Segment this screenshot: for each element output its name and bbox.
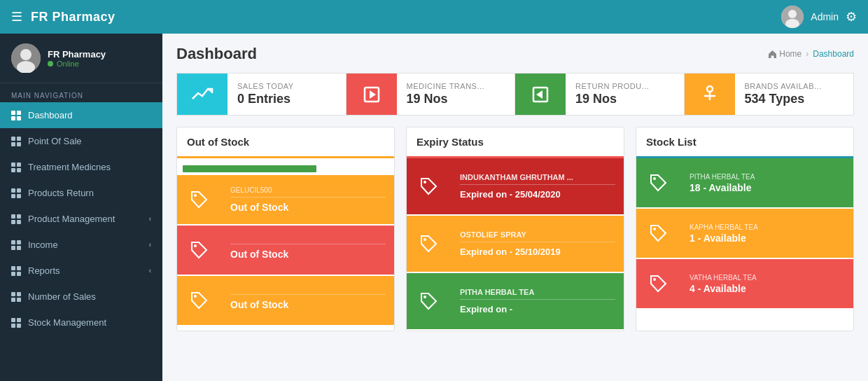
svg-point-1 <box>788 10 797 18</box>
divider <box>230 244 386 244</box>
income-icon <box>11 240 21 250</box>
product-mgmt-icon <box>11 214 21 224</box>
svg-point-16 <box>424 181 426 183</box>
sidebar-item-point-of-sale[interactable]: Point Of Sale <box>0 128 162 154</box>
bottom-grid: Out of Stock GELUCIL500 <box>176 127 854 331</box>
treatment-icon <box>11 162 21 172</box>
top-nav-right: Admin ⚙ <box>781 6 857 28</box>
user-status: Online <box>48 60 106 68</box>
sidebar-item-label: Stock Management <box>28 317 106 328</box>
chevron-right-icon: ‹ <box>149 215 151 223</box>
admin-avatar <box>781 6 804 28</box>
sidebar-item-dashboard[interactable]: Dashboard <box>0 102 162 128</box>
stat-card-return-produ: RETURN PRODU... 19 Nos <box>515 74 685 115</box>
medicine-trans-icon-box <box>346 74 397 115</box>
stat-card-brands: BRANDS AVAILAB... 534 Types <box>685 74 854 115</box>
stat-label: MEDICINE TRANS... <box>407 82 485 90</box>
svg-point-18 <box>424 296 426 298</box>
sidebar-item-reports[interactable]: Reports ‹ <box>0 258 162 284</box>
stat-info-medicine-trans: MEDICINE TRANS... 19 Nos <box>397 74 495 115</box>
stat-label: SALES TODAY <box>237 82 294 90</box>
stock-list-header: Stock List <box>636 127 853 158</box>
expiry-item-date: Expired on - 25/10/2019 <box>460 247 615 257</box>
stat-card-sales-today: SALES TODAY 0 Entries <box>177 74 346 115</box>
tag-icon <box>177 276 222 325</box>
user-info: FR Pharmacy Online <box>48 49 106 68</box>
svg-marker-9 <box>536 90 542 99</box>
expiry-item-date: Expired on - <box>460 304 615 314</box>
expiry-item-1: INDUKANTHAM GHRUTHAM ... Expired on - 25… <box>407 158 624 214</box>
tag-icon <box>407 273 451 329</box>
breadcrumb-home: Home <box>768 49 802 59</box>
svg-point-19 <box>653 177 656 180</box>
stat-value: 19 Nos <box>575 92 649 106</box>
stock-list-item-value: 1 - Available <box>690 233 845 244</box>
stock-card-info: Out of Stock <box>222 226 394 275</box>
sidebar-user: FR Pharmacy Online <box>0 34 162 83</box>
svg-point-21 <box>653 278 656 281</box>
stock-list-item-value: 18 - Available <box>690 182 845 193</box>
sidebar-item-treatment-medicines[interactable]: Treatment Medicnes <box>0 154 162 180</box>
out-of-stock-header: Out of Stock <box>177 127 394 158</box>
breadcrumb-current: Dashboard <box>813 49 854 59</box>
out-of-stock-panel: Out of Stock GELUCIL500 <box>176 127 395 331</box>
svg-point-17 <box>424 238 426 241</box>
tag-icon <box>407 216 451 272</box>
products-return-icon <box>11 188 21 198</box>
nav-section-label: MAIN NAVIGATION <box>0 83 162 102</box>
expiry-status-header: Expiry Status <box>407 127 624 158</box>
divider <box>460 184 615 185</box>
tag-icon <box>177 175 222 224</box>
svg-point-13 <box>194 194 197 197</box>
sidebar-item-label: Point Of Sale <box>28 136 82 146</box>
stat-info-sales-today: SALES TODAY 0 Entries <box>227 74 304 115</box>
expiry-item-name: PITHA HERBAL TEA <box>460 288 615 296</box>
sidebar-item-label: Reports <box>28 265 60 276</box>
stock-list-item-value: 4 - Available <box>690 283 845 294</box>
stock-list-item-info: VATHA HERBAL TEA 4 - Available <box>681 259 853 308</box>
stat-value: 534 Types <box>745 92 822 106</box>
svg-marker-7 <box>370 90 376 99</box>
stock-card-info: Out of Stock <box>222 276 394 325</box>
dashboard-icon <box>11 111 21 120</box>
stat-value: 0 Entries <box>237 92 294 106</box>
hamburger-icon[interactable]: ☰ <box>11 9 22 25</box>
sidebar-item-number-of-sales[interactable]: Number of Sales <box>0 284 162 310</box>
sidebar-item-income[interactable]: Income ‹ <box>0 232 162 258</box>
divider <box>460 299 615 300</box>
stock-list-item-2: KAPHA HERBAL TEA 1 - Available <box>636 209 853 258</box>
sidebar-item-products-return[interactable]: Products Return <box>0 180 162 206</box>
sidebar: FR Pharmacy Online MAIN NAVIGATION Dashb… <box>0 34 162 381</box>
settings-icon[interactable]: ⚙ <box>846 9 857 25</box>
page-title: Dashboard <box>176 45 257 63</box>
chevron-right-icon: ‹ <box>149 267 151 275</box>
sidebar-item-label: Product Management <box>28 214 115 224</box>
sidebar-item-product-management[interactable]: Product Management ‹ <box>0 206 162 232</box>
stock-list-panel: Stock List PITHA HERBAL TEA 18 - Availab… <box>636 127 854 331</box>
stat-card-medicine-trans: MEDICINE TRANS... 19 Nos <box>346 74 516 115</box>
tag-icon <box>636 158 681 207</box>
admin-label: Admin <box>811 11 839 22</box>
expiry-item-2: OSTOLIEF SPRAY Expired on - 25/10/2019 <box>407 216 624 272</box>
breadcrumb: Home › Dashboard <box>768 49 854 59</box>
svg-point-10 <box>707 86 713 92</box>
sidebar-item-label: Products Return <box>28 188 94 198</box>
sidebar-item-stock-management[interactable]: Stock Management <box>0 310 162 335</box>
svg-point-20 <box>653 228 656 230</box>
sidebar-item-label: Number of Sales <box>28 291 96 302</box>
stat-info-return-produ: RETURN PRODU... 19 Nos <box>566 74 659 115</box>
tag-icon <box>177 226 222 275</box>
stock-item-value: Out of Stock <box>230 249 386 260</box>
expiry-item-date: Expired on - 25/04/2020 <box>460 189 615 200</box>
stock-list-item-3: VATHA HERBAL TEA 4 - Available <box>636 259 853 308</box>
svg-point-4 <box>20 49 31 60</box>
stock-item-2: Out of Stock <box>177 226 394 275</box>
breadcrumb-separator: › <box>806 49 808 59</box>
sales-today-icon-box <box>177 74 227 115</box>
expiry-item-name: INDUKANTHAM GHRUTHAM ... <box>460 173 615 181</box>
expiry-card-info: OSTOLIEF SPRAY Expired on - 25/10/2019 <box>451 216 624 272</box>
divider <box>230 294 386 295</box>
reports-icon <box>11 266 21 276</box>
expiry-card-info: PITHA HERBAL TEA Expired on - <box>451 273 624 329</box>
divider <box>460 242 615 242</box>
